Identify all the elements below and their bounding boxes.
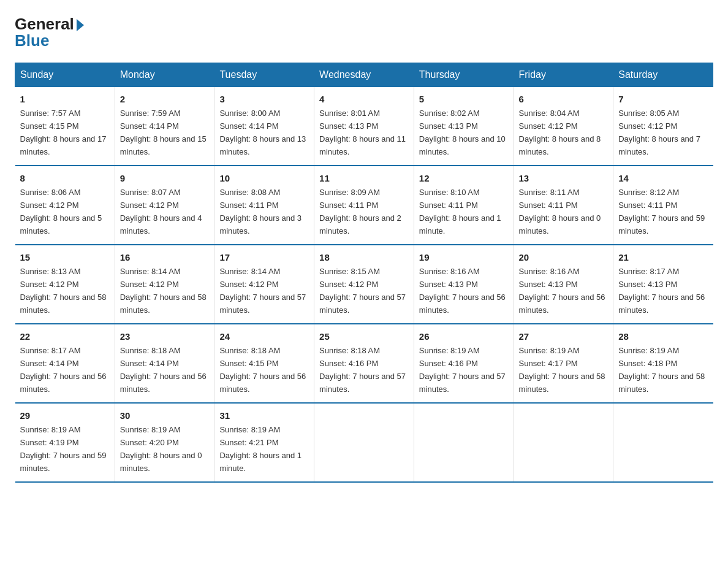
day-number: 18 xyxy=(319,250,409,264)
header-monday: Monday xyxy=(115,63,214,87)
cell-info: Sunrise: 8:07 AMSunset: 4:12 PMDaylight:… xyxy=(120,188,202,236)
week-row-4: 22Sunrise: 8:17 AMSunset: 4:14 PMDayligh… xyxy=(15,324,713,403)
day-number: 28 xyxy=(618,329,708,343)
cell-info: Sunrise: 8:12 AMSunset: 4:11 PMDaylight:… xyxy=(618,188,705,236)
cell-info: Sunrise: 8:01 AMSunset: 4:13 PMDaylight:… xyxy=(319,109,406,156)
day-number: 26 xyxy=(419,329,509,343)
day-number: 9 xyxy=(120,171,210,185)
calendar-cell: 27Sunrise: 8:19 AMSunset: 4:17 PMDayligh… xyxy=(514,324,613,403)
calendar-cell: 19Sunrise: 8:16 AMSunset: 4:13 PMDayligh… xyxy=(414,245,514,324)
cell-info: Sunrise: 8:06 AMSunset: 4:12 PMDaylight:… xyxy=(20,188,102,236)
calendar-cell: 23Sunrise: 8:18 AMSunset: 4:14 PMDayligh… xyxy=(115,324,214,403)
cell-info: Sunrise: 8:11 AMSunset: 4:11 PMDaylight:… xyxy=(519,188,601,236)
day-number: 13 xyxy=(519,171,609,185)
day-number: 11 xyxy=(319,171,409,185)
calendar-cell: 3Sunrise: 8:00 AMSunset: 4:14 PMDaylight… xyxy=(214,87,314,166)
calendar-cell: 18Sunrise: 8:15 AMSunset: 4:12 PMDayligh… xyxy=(314,245,414,324)
day-number: 27 xyxy=(519,329,609,343)
day-number: 29 xyxy=(20,408,110,423)
day-number: 24 xyxy=(219,329,309,343)
calendar-cell: 20Sunrise: 8:16 AMSunset: 4:13 PMDayligh… xyxy=(514,245,613,324)
calendar-cell: 4Sunrise: 8:01 AMSunset: 4:13 PMDaylight… xyxy=(314,87,414,166)
day-number: 2 xyxy=(120,92,210,106)
calendar-cell: 29Sunrise: 8:19 AMSunset: 4:19 PMDayligh… xyxy=(15,403,115,482)
calendar-cell: 21Sunrise: 8:17 AMSunset: 4:13 PMDayligh… xyxy=(613,245,713,324)
day-number: 14 xyxy=(618,171,708,185)
cell-info: Sunrise: 8:16 AMSunset: 4:13 PMDaylight:… xyxy=(519,267,605,315)
calendar-cell: 9Sunrise: 8:07 AMSunset: 4:12 PMDaylight… xyxy=(115,166,214,245)
header-tuesday: Tuesday xyxy=(214,63,314,87)
header-saturday: Saturday xyxy=(613,63,713,87)
week-row-2: 8Sunrise: 8:06 AMSunset: 4:12 PMDaylight… xyxy=(15,166,713,245)
day-number: 7 xyxy=(618,92,708,106)
calendar-cell: 14Sunrise: 8:12 AMSunset: 4:11 PMDayligh… xyxy=(613,166,713,245)
day-number: 3 xyxy=(219,92,309,106)
logo: General Blue xyxy=(15,15,84,50)
day-number: 21 xyxy=(618,250,708,264)
header-friday: Friday xyxy=(514,63,613,87)
day-number: 6 xyxy=(519,92,609,106)
cell-info: Sunrise: 8:00 AMSunset: 4:14 PMDaylight:… xyxy=(219,109,306,156)
cell-info: Sunrise: 8:19 AMSunset: 4:17 PMDaylight:… xyxy=(519,346,605,394)
calendar-cell: 6Sunrise: 8:04 AMSunset: 4:12 PMDaylight… xyxy=(514,87,613,166)
calendar-cell: 31Sunrise: 8:19 AMSunset: 4:21 PMDayligh… xyxy=(214,403,314,482)
cell-info: Sunrise: 8:19 AMSunset: 4:18 PMDaylight:… xyxy=(618,346,705,394)
calendar-cell: 28Sunrise: 8:19 AMSunset: 4:18 PMDayligh… xyxy=(613,324,713,403)
logo-arrow-icon xyxy=(77,19,84,31)
day-number: 19 xyxy=(419,250,509,264)
cell-info: Sunrise: 8:14 AMSunset: 4:12 PMDaylight:… xyxy=(219,267,306,315)
cell-info: Sunrise: 8:02 AMSunset: 4:13 PMDaylight:… xyxy=(419,109,506,156)
calendar-cell: 13Sunrise: 8:11 AMSunset: 4:11 PMDayligh… xyxy=(514,166,613,245)
calendar-cell: 16Sunrise: 8:14 AMSunset: 4:12 PMDayligh… xyxy=(115,245,214,324)
cell-info: Sunrise: 8:16 AMSunset: 4:13 PMDaylight:… xyxy=(419,267,506,315)
day-number: 20 xyxy=(519,250,609,264)
calendar-cell: 30Sunrise: 8:19 AMSunset: 4:20 PMDayligh… xyxy=(115,403,214,482)
calendar-cell: 7Sunrise: 8:05 AMSunset: 4:12 PMDaylight… xyxy=(613,87,713,166)
cell-info: Sunrise: 8:14 AMSunset: 4:12 PMDaylight:… xyxy=(120,267,207,315)
calendar-cell: 17Sunrise: 8:14 AMSunset: 4:12 PMDayligh… xyxy=(214,245,314,324)
day-number: 10 xyxy=(219,171,309,185)
cell-info: Sunrise: 8:10 AMSunset: 4:11 PMDaylight:… xyxy=(419,188,501,236)
day-number: 1 xyxy=(20,92,110,106)
calendar-cell: 24Sunrise: 8:18 AMSunset: 4:15 PMDayligh… xyxy=(214,324,314,403)
cell-info: Sunrise: 8:18 AMSunset: 4:14 PMDaylight:… xyxy=(120,346,207,394)
week-row-5: 29Sunrise: 8:19 AMSunset: 4:19 PMDayligh… xyxy=(15,403,713,482)
calendar-cell xyxy=(314,403,414,482)
day-number: 8 xyxy=(20,171,110,185)
calendar-cell: 8Sunrise: 8:06 AMSunset: 4:12 PMDaylight… xyxy=(15,166,115,245)
week-row-3: 15Sunrise: 8:13 AMSunset: 4:12 PMDayligh… xyxy=(15,245,713,324)
page-header: General Blue xyxy=(15,15,713,50)
header-sunday: Sunday xyxy=(15,63,115,87)
calendar-cell xyxy=(414,403,514,482)
calendar-cell: 26Sunrise: 8:19 AMSunset: 4:16 PMDayligh… xyxy=(414,324,514,403)
calendar-cell: 10Sunrise: 8:08 AMSunset: 4:11 PMDayligh… xyxy=(214,166,314,245)
day-number: 5 xyxy=(419,92,509,106)
day-number: 30 xyxy=(120,408,210,423)
calendar-cell: 2Sunrise: 7:59 AMSunset: 4:14 PMDaylight… xyxy=(115,87,214,166)
calendar-cell: 12Sunrise: 8:10 AMSunset: 4:11 PMDayligh… xyxy=(414,166,514,245)
day-number: 25 xyxy=(319,329,409,343)
day-number: 4 xyxy=(319,92,409,106)
calendar-cell: 22Sunrise: 8:17 AMSunset: 4:14 PMDayligh… xyxy=(15,324,115,403)
day-number: 17 xyxy=(219,250,309,264)
cell-info: Sunrise: 8:19 AMSunset: 4:19 PMDaylight:… xyxy=(20,425,107,473)
day-number: 15 xyxy=(20,250,110,264)
calendar-cell xyxy=(514,403,613,482)
cell-info: Sunrise: 8:18 AMSunset: 4:15 PMDaylight:… xyxy=(219,346,306,394)
day-number: 12 xyxy=(419,171,509,185)
cell-info: Sunrise: 8:05 AMSunset: 4:12 PMDaylight:… xyxy=(618,109,700,156)
header-thursday: Thursday xyxy=(414,63,514,87)
cell-info: Sunrise: 8:15 AMSunset: 4:12 PMDaylight:… xyxy=(319,267,406,315)
week-row-1: 1Sunrise: 7:57 AMSunset: 4:15 PMDaylight… xyxy=(15,87,713,166)
day-number: 22 xyxy=(20,329,110,343)
cell-info: Sunrise: 8:13 AMSunset: 4:12 PMDaylight:… xyxy=(20,267,107,315)
cell-info: Sunrise: 8:19 AMSunset: 4:16 PMDaylight:… xyxy=(419,346,506,394)
day-number: 31 xyxy=(219,408,309,423)
calendar-cell: 15Sunrise: 8:13 AMSunset: 4:12 PMDayligh… xyxy=(15,245,115,324)
day-number: 16 xyxy=(120,250,210,264)
cell-info: Sunrise: 7:59 AMSunset: 4:14 PMDaylight:… xyxy=(120,109,207,156)
cell-info: Sunrise: 8:19 AMSunset: 4:20 PMDaylight:… xyxy=(120,425,202,473)
cell-info: Sunrise: 8:19 AMSunset: 4:21 PMDaylight:… xyxy=(219,425,301,473)
calendar-cell: 11Sunrise: 8:09 AMSunset: 4:11 PMDayligh… xyxy=(314,166,414,245)
calendar-header-row: SundayMondayTuesdayWednesdayThursdayFrid… xyxy=(15,63,713,87)
